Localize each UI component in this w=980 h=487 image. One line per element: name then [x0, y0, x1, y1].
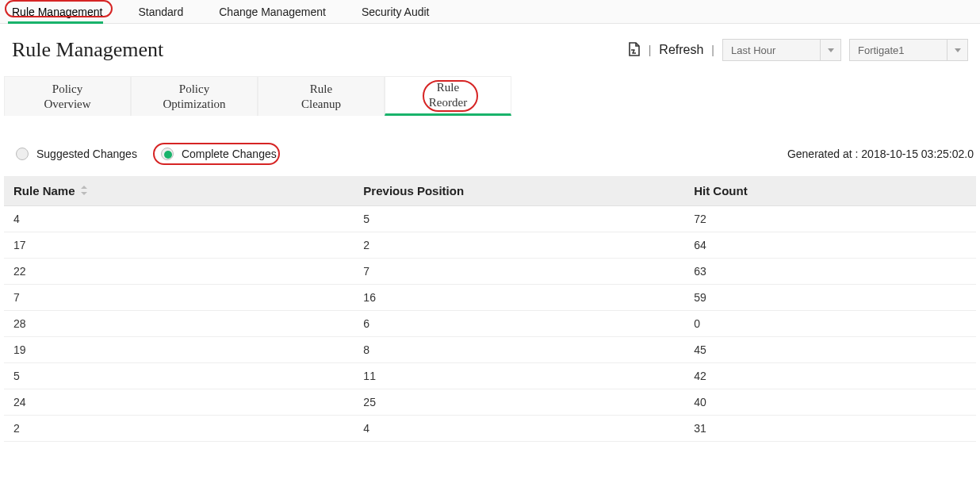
cell-hit-count: 72: [684, 206, 976, 232]
cell-previous-position: 8: [354, 337, 684, 363]
cell-previous-position: 6: [354, 311, 684, 337]
cell-previous-position: 4: [354, 416, 684, 442]
pdf-export-button[interactable]: [628, 42, 641, 59]
radio-circle-icon: [161, 148, 174, 160]
sub-tab-rule-reorder[interactable]: Rule Reorder: [385, 76, 511, 116]
radio-suggested-changes[interactable]: Suggested Changes: [16, 148, 137, 160]
refresh-label: Refresh: [659, 43, 703, 56]
time-range-selected: Last Hour: [731, 44, 802, 56]
rule-reorder-table: Rule Name Previous Position Hit Count 45…: [4, 176, 976, 442]
cell-rule-name: 2: [4, 416, 354, 442]
cell-hit-count: 31: [684, 416, 976, 442]
top-nav-label: Rule Management: [12, 6, 102, 18]
separator: |: [711, 44, 714, 56]
sub-tab-policy-optimization[interactable]: Policy Optimization: [131, 76, 258, 116]
radio-circle-icon: [16, 148, 29, 160]
table-row[interactable]: 71659: [4, 285, 976, 311]
radio-label: Suggested Changes: [36, 148, 137, 160]
col-rule-name[interactable]: Rule Name: [4, 176, 354, 206]
cell-hit-count: 63: [684, 259, 976, 285]
table-header-row: Rule Name Previous Position Hit Count: [4, 176, 976, 206]
table-row[interactable]: 4572: [4, 206, 976, 232]
cell-rule-name: 4: [4, 206, 354, 232]
table-row[interactable]: 242540: [4, 389, 976, 416]
top-nav-item-standard[interactable]: Standard: [138, 2, 199, 22]
time-range-dropdown[interactable]: Last Hour: [722, 39, 841, 61]
cell-previous-position: 5: [354, 206, 684, 232]
sub-tab-label: Rule Reorder: [429, 80, 467, 110]
cell-previous-position: 2: [354, 232, 684, 259]
sub-tab-label: Policy Overview: [44, 82, 90, 112]
generated-at: Generated at : 2018-10-15 03:25:02.0: [787, 148, 974, 160]
col-hit-count[interactable]: Hit Count: [684, 176, 976, 206]
cell-rule-name: 22: [4, 259, 354, 285]
cell-rule-name: 19: [4, 337, 354, 363]
chevron-down-icon: [947, 40, 967, 60]
device-selected: Fortigate1: [858, 44, 929, 56]
table-row[interactable]: 19845: [4, 337, 976, 363]
generated-at-prefix: Generated at :: [787, 148, 861, 160]
top-nav-item-security-audit[interactable]: Security Audit: [362, 2, 446, 22]
separator: |: [649, 44, 652, 56]
top-nav-item-change-management[interactable]: Change Management: [219, 2, 342, 22]
cell-rule-name: 24: [4, 389, 354, 416]
cell-rule-name: 28: [4, 311, 354, 337]
col-label: Rule Name: [13, 184, 75, 197]
top-nav-active-underline: [8, 21, 103, 24]
sub-tab-policy-overview[interactable]: Policy Overview: [4, 76, 131, 116]
generated-at-value: 2018-10-15 03:25:02.0: [861, 148, 974, 160]
top-nav-label: Change Management: [219, 6, 326, 18]
refresh-button[interactable]: Refresh: [659, 43, 703, 57]
cell-previous-position: 25: [354, 389, 684, 416]
sub-tab-label: Rule Cleanup: [301, 82, 341, 112]
cell-hit-count: 45: [684, 337, 976, 363]
radio-label: Complete Changes: [182, 148, 277, 160]
cell-previous-position: 11: [354, 363, 684, 389]
pdf-icon: [628, 42, 641, 56]
table-row[interactable]: 2431: [4, 416, 976, 442]
cell-hit-count: 64: [684, 232, 976, 259]
device-dropdown[interactable]: Fortigate1: [849, 39, 968, 61]
col-previous-position[interactable]: Previous Position: [354, 176, 684, 206]
top-nav-label: Standard: [138, 6, 183, 18]
table-row[interactable]: 51142: [4, 363, 976, 389]
sort-icon: [81, 186, 87, 195]
page-header: Rule Management | Refresh | Last Hour Fo…: [0, 24, 980, 68]
table-row[interactable]: 17264: [4, 232, 976, 259]
sub-tab-rule-cleanup[interactable]: Rule Cleanup: [258, 76, 385, 116]
col-label: Previous Position: [363, 184, 464, 197]
title-controls: | Refresh | Last Hour Fortigate1: [628, 39, 968, 61]
sub-tabs: Policy Overview Policy Optimization Rule…: [4, 76, 976, 116]
table-row[interactable]: 22763: [4, 259, 976, 285]
view-mode-row: Suggested Changes Complete Changes Gener…: [0, 116, 980, 176]
cell-hit-count: 42: [684, 363, 976, 389]
cell-hit-count: 59: [684, 285, 976, 311]
cell-rule-name: 5: [4, 363, 354, 389]
cell-previous-position: 7: [354, 259, 684, 285]
page-title: Rule Management: [12, 38, 163, 62]
cell-rule-name: 17: [4, 232, 354, 259]
cell-rule-name: 7: [4, 285, 354, 311]
top-nav: Rule Management Standard Change Manageme…: [0, 0, 980, 24]
sub-tab-label: Policy Optimization: [163, 82, 225, 112]
cell-hit-count: 40: [684, 389, 976, 416]
cell-previous-position: 16: [354, 285, 684, 311]
chevron-down-icon: [820, 40, 840, 60]
cell-hit-count: 0: [684, 311, 976, 337]
col-label: Hit Count: [694, 184, 747, 197]
radio-complete-changes[interactable]: Complete Changes: [161, 148, 277, 160]
table-row[interactable]: 2860: [4, 311, 976, 337]
top-nav-item-rule-management[interactable]: Rule Management: [12, 2, 118, 22]
view-mode-radio-group: Suggested Changes Complete Changes: [16, 148, 277, 160]
top-nav-label: Security Audit: [362, 6, 430, 18]
